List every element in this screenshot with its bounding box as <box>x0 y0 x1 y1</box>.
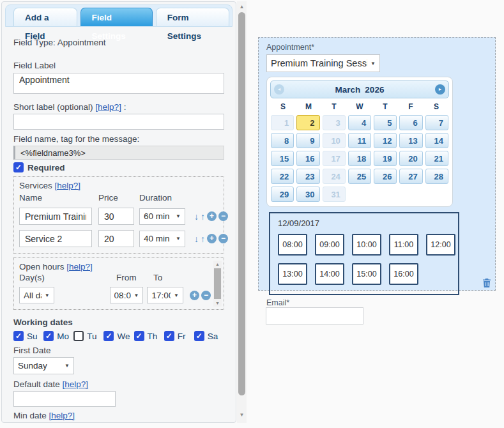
calendar-day-11[interactable]: 11 <box>348 133 371 148</box>
remove-service-icon[interactable]: − <box>218 211 228 221</box>
time-slot-button[interactable]: 11:00 <box>389 234 418 256</box>
short-label-help-link[interactable]: [help?] <box>95 102 121 112</box>
default-date-input[interactable] <box>13 391 116 407</box>
to-time-select[interactable]: 17:00 ▼ <box>147 287 183 303</box>
scrollbar-thumb[interactable] <box>238 12 245 395</box>
service-duration-select[interactable]: 60 min▼ <box>139 208 185 225</box>
remove-hours-icon[interactable]: − <box>201 291 211 300</box>
service-row-actions: ↓↑+− <box>194 211 228 222</box>
working-day-th: ✓Th <box>134 331 164 341</box>
move-up-icon[interactable]: ↑ <box>201 211 205 222</box>
short-label-input[interactable] <box>13 114 224 130</box>
checkbox-fr[interactable]: ✓ <box>164 331 174 341</box>
move-down-icon[interactable]: ↓ <box>194 211 199 222</box>
calendar-day-27[interactable]: 27 <box>399 169 422 184</box>
calendar-day-28[interactable]: 28 <box>425 169 448 184</box>
days-select[interactable]: All days ▼ <box>19 287 54 303</box>
scrollbar-thumb[interactable] <box>214 268 221 299</box>
calendar-day-2[interactable]: 2 <box>296 115 319 130</box>
first-date-select[interactable]: Sunday ▼ <box>13 357 74 374</box>
calendar-day-4[interactable]: 4 <box>348 115 371 130</box>
min-date-input[interactable] <box>13 422 116 423</box>
calendar-day-22[interactable]: 22 <box>271 169 294 184</box>
calendar-day-19[interactable]: 19 <box>374 151 397 166</box>
service-select[interactable]: Premium Training Session ▼ <box>266 54 380 72</box>
min-date-help-link[interactable]: [help?] <box>49 411 75 420</box>
working-day-mo: ✓Mo <box>43 331 73 341</box>
services-box: Services [help?] Name Price Duration 60 … <box>13 176 224 254</box>
days-select-value: All days <box>24 291 42 300</box>
field-name-caption: Field name, tag for the message: <box>13 134 224 144</box>
services-col-duration: Duration <box>139 193 210 203</box>
required-row: ✓ Required <box>13 162 224 172</box>
service-name-input[interactable] <box>19 208 92 225</box>
checkbox-sa[interactable]: ✓ <box>194 331 204 341</box>
scroll-up-icon[interactable]: ▲ <box>237 4 247 10</box>
service-price-input[interactable] <box>98 208 134 225</box>
add-service-icon[interactable]: + <box>207 234 217 243</box>
tab-form-settings[interactable]: Form Settings <box>156 8 229 26</box>
open-hours-help-link[interactable]: [help?] <box>66 262 93 271</box>
calendar-day-13[interactable]: 13 <box>399 133 422 148</box>
time-slot-button[interactable]: 09:00 <box>315 234 344 256</box>
calendar-day-12[interactable]: 12 <box>374 133 397 148</box>
field-settings-content: Field Type: Appointment Field Label Shor… <box>2 38 236 423</box>
calendar-day-16[interactable]: 16 <box>296 151 319 166</box>
email-input[interactable] <box>266 307 363 325</box>
calendar-day-5[interactable]: 5 <box>374 115 397 130</box>
calendar-day-20[interactable]: 20 <box>399 151 422 166</box>
tab-add-a-field[interactable]: Add a Field <box>13 8 77 26</box>
checkbox-mo[interactable]: ✓ <box>43 331 54 341</box>
calendar-day-21[interactable]: 21 <box>425 151 448 166</box>
add-service-icon[interactable]: + <box>207 211 217 221</box>
checkbox-su[interactable]: ✓ <box>13 331 24 341</box>
required-checkbox[interactable]: ✓ <box>13 162 24 172</box>
scroll-up-icon[interactable]: ▲ <box>213 262 222 266</box>
open-hours-scrollbar[interactable]: ▲ ▼ <box>213 261 222 307</box>
delete-field-icon[interactable] <box>482 278 492 288</box>
field-label-input[interactable] <box>13 73 224 94</box>
move-down-icon[interactable]: ↓ <box>194 234 199 244</box>
default-date-help-link[interactable]: [help?] <box>63 379 89 389</box>
time-slot-button[interactable]: 15:00 <box>352 263 381 285</box>
checkbox-we[interactable]: ✓ <box>103 331 114 341</box>
calendar-day-15[interactable]: 15 <box>271 151 294 166</box>
checkbox-tu[interactable] <box>73 331 84 341</box>
scroll-down-icon[interactable]: ▼ <box>213 301 222 305</box>
time-slot-button[interactable]: 16:00 <box>389 263 418 285</box>
panel-scrollbar[interactable]: ▲ ▼ <box>237 1 247 423</box>
remove-service-icon[interactable]: − <box>218 234 228 243</box>
calendar-day-25[interactable]: 25 <box>348 169 371 184</box>
calendar-day-23[interactable]: 23 <box>296 169 319 184</box>
calendar-day-30[interactable]: 30 <box>296 187 319 202</box>
service-duration-select[interactable]: 40 min▼ <box>139 231 185 247</box>
service-price-input[interactable] <box>98 230 134 247</box>
working-day-label: Tu <box>87 332 96 341</box>
calendar-day-14[interactable]: 14 <box>425 133 448 148</box>
time-slot-button[interactable]: 08:00 <box>278 234 307 256</box>
time-slot-button[interactable]: 12:00 <box>426 234 455 256</box>
add-hours-icon[interactable]: + <box>190 291 199 300</box>
calendar-day-7[interactable]: 7 <box>425 115 448 130</box>
calendar-day-6[interactable]: 6 <box>399 115 422 130</box>
time-slot-button[interactable]: 14:00 <box>315 263 344 285</box>
field-name-tag[interactable]: <%fieldname3%> <box>13 146 224 160</box>
from-column-label: From <box>116 273 153 282</box>
calendar-day-18[interactable]: 18 <box>348 151 371 166</box>
tab-field-settings[interactable]: Field Settings <box>80 8 153 26</box>
move-up-icon[interactable]: ↑ <box>201 234 205 244</box>
calendar-day-8[interactable]: 8 <box>271 133 294 148</box>
next-month-icon[interactable]: ► <box>435 84 445 95</box>
time-slot-button[interactable]: 10:00 <box>352 234 381 256</box>
services-help-link[interactable]: [help?] <box>55 181 81 190</box>
appointment-field-preview[interactable]: Appointment* Premium Training Session ▼ … <box>258 37 496 291</box>
calendar-day-26[interactable]: 26 <box>374 169 397 184</box>
calendar-day-9[interactable]: 9 <box>296 133 319 148</box>
calendar-day-29[interactable]: 29 <box>271 187 294 202</box>
service-name-input[interactable] <box>19 230 92 247</box>
time-slot-button[interactable]: 13:00 <box>278 263 307 285</box>
prev-month-icon[interactable]: ◄ <box>274 84 284 95</box>
from-time-select[interactable]: 08:00 ▼ <box>110 287 144 303</box>
scroll-down-icon[interactable]: ▼ <box>237 412 247 418</box>
checkbox-th[interactable]: ✓ <box>134 331 144 341</box>
